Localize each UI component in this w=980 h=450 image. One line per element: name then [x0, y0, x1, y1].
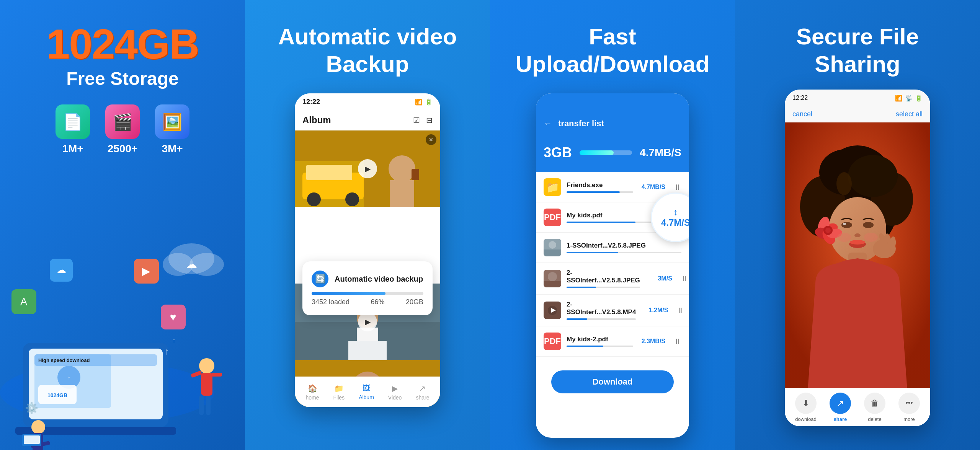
popup-header: 🔄 Automatic video backup	[312, 271, 423, 287]
progress-bar-1	[567, 191, 633, 193]
transfer-item-2: PDF My kids.pdf ↕ 4.7M/S	[536, 202, 689, 233]
nav-album[interactable]: 🖼 Album	[359, 384, 374, 400]
transfer-item-4: 2-SSOInterf...V2.5.8.JPEG 3M/S ⏸	[536, 263, 689, 295]
progress-fill-3	[567, 252, 618, 253]
nav-video[interactable]: ▶ Video	[388, 384, 402, 401]
photos-icon: 🖼️	[155, 104, 189, 139]
size: 20GB	[406, 298, 423, 306]
progress-bar-4	[567, 287, 640, 288]
backup-popup: 🔄 Automatic video backup 3452 loaded 66%…	[302, 261, 433, 315]
download-btn-container: Download	[536, 357, 689, 407]
svg-point-43	[307, 192, 321, 206]
svg-point-60	[548, 272, 557, 281]
section-storage: 1024GB Free Storage 📄 1M+ 🎬 2500+ 🖼️ 3M+	[0, 0, 245, 450]
icon-item-docs: 📄 1M+	[56, 104, 90, 155]
file-name-1: Friends.exe	[567, 181, 633, 189]
svg-text:A: A	[20, 296, 28, 308]
speed-fill	[580, 150, 614, 155]
storage-title: 1024GB	[46, 23, 199, 65]
svg-text:1024GB: 1024GB	[47, 392, 67, 398]
speed-badge-value: 4.7M/S	[661, 217, 689, 228]
percent: 66%	[371, 298, 385, 306]
svg-point-93	[864, 233, 878, 242]
file-name-4: 2-SSOInterf...V2.5.8.JPEG	[567, 269, 640, 284]
progress-fill-2	[567, 222, 635, 223]
file-info-3: 1-SSOInterf...V2.5.8.JPEG	[567, 242, 681, 253]
filter-icon[interactable]: ⊟	[426, 116, 433, 125]
download-button[interactable]: Download	[551, 370, 674, 393]
status-icons: 📶 🔋	[415, 98, 433, 106]
home-icon: 🏠	[308, 384, 317, 393]
section-sharing: Secure File Sharing 12:22 📶 📡 🔋 cancel s…	[735, 0, 980, 450]
backup-icon: 🔄	[312, 271, 328, 287]
action-more[interactable]: ••• more	[898, 393, 920, 422]
pause-5[interactable]: ⏸	[676, 306, 684, 315]
svg-text:↑: ↑	[172, 337, 176, 344]
svg-point-44	[345, 192, 359, 206]
svg-point-57	[549, 241, 556, 249]
svg-rect-52	[348, 341, 387, 360]
delete-action-btn[interactable]: 🗑	[864, 393, 885, 414]
action-share[interactable]: ↗ share	[830, 393, 851, 422]
cancel-button[interactable]: cancel	[792, 110, 812, 118]
file-info-5: 2-SSOInterf...V2.5.8.MP4	[567, 301, 636, 320]
share-action-header: cancel select all	[785, 106, 930, 122]
svg-point-45	[389, 155, 415, 182]
section-transfer: Fast Upload/Download ← transfer list 3GB…	[490, 0, 735, 450]
nav-home[interactable]: 🏠 home	[306, 384, 319, 401]
album-title: Album	[302, 115, 331, 126]
phone-transfer: ← transfer list 3GB 4.7MB/S 📁 Friends.ex…	[536, 93, 689, 438]
pause-4[interactable]: ⏸	[681, 274, 688, 283]
svg-point-77	[843, 223, 846, 225]
bottom-nav: 🏠 home 📁 Files 🖼 Album ▶ Video ↗ share	[295, 377, 440, 407]
check-icon[interactable]: ☑	[413, 116, 420, 125]
share-action-btn[interactable]: ↗	[830, 393, 851, 414]
speed-6: 2.3MB/S	[639, 338, 665, 345]
close-button-1[interactable]: ✕	[426, 134, 436, 145]
battery-icon: 🔋	[425, 98, 433, 106]
file-info-6: My kids-2.pdf	[567, 336, 633, 347]
nav-files[interactable]: 📁 Files	[333, 384, 345, 401]
mp4-icon	[544, 302, 561, 319]
svg-rect-23	[199, 396, 204, 415]
svg-point-87	[825, 228, 831, 233]
svg-rect-46	[390, 180, 414, 207]
transfer-status-bar	[536, 93, 689, 110]
nav-share[interactable]: ↗ share	[416, 384, 429, 401]
home-label: home	[306, 395, 319, 401]
share-status-bar: 12:22 📶 📡 🔋	[785, 90, 930, 106]
svg-rect-22	[201, 373, 212, 396]
download-action-btn[interactable]: ⬇	[795, 393, 817, 414]
header-icons: ☑ ⊟	[413, 116, 433, 125]
svg-text:↑: ↑	[67, 375, 70, 381]
share-status-icons: 📶 📡 🔋	[895, 95, 923, 102]
action-delete[interactable]: 🗑 delete	[864, 393, 885, 422]
popup-title: Automatic video backup	[335, 275, 423, 284]
select-all-button[interactable]: select all	[896, 110, 923, 118]
pause-1[interactable]: ⏸	[674, 183, 681, 192]
album-icon: 🖼	[363, 384, 370, 393]
play-button-1[interactable]: ▶	[358, 159, 377, 178]
svg-point-71	[848, 155, 898, 197]
portrait-photo-area	[785, 122, 930, 390]
time: 12:22	[302, 98, 320, 106]
svg-text:⚙️: ⚙️	[25, 402, 38, 414]
album-label: Album	[359, 394, 374, 400]
pause-6[interactable]: ⏸	[674, 337, 681, 346]
delete-action-label: delete	[868, 416, 881, 422]
back-arrow[interactable]: ←	[544, 119, 552, 129]
svg-rect-47	[412, 169, 419, 180]
share-label: share	[416, 395, 429, 401]
action-download[interactable]: ⬇ download	[795, 393, 817, 422]
photos-count: 3M+	[162, 143, 183, 155]
photo-item-1: ▶ ✕	[295, 130, 440, 207]
more-action-btn[interactable]: •••	[898, 393, 920, 414]
speed-progress-bar	[580, 150, 632, 155]
portrait-bg	[785, 122, 930, 390]
phone-sharing: 12:22 📶 📡 🔋 cancel select all	[785, 90, 930, 426]
speed-bar: 3GB 4.7MB/S	[536, 137, 689, 172]
file-name-6: My kids-2.pdf	[567, 336, 633, 343]
svg-text:☁: ☁	[56, 264, 66, 276]
svg-text:↑: ↑	[165, 346, 169, 356]
docs-icon: 📄	[56, 104, 90, 139]
